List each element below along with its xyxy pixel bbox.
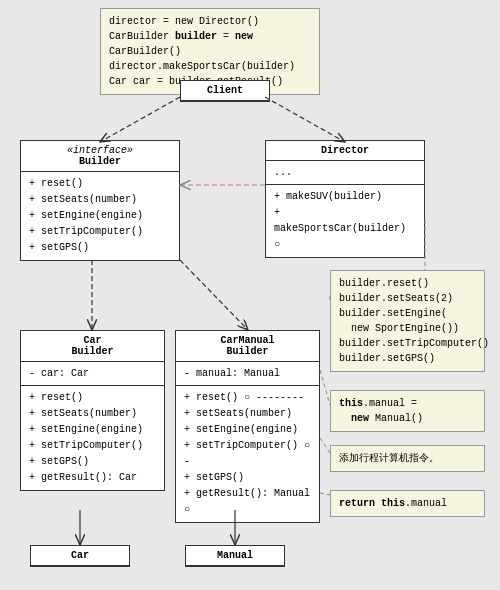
builder-header: «interface» Builder [21,141,179,172]
svg-line-11 [320,438,330,453]
note-return: return this.manual [330,490,485,517]
svg-line-12 [320,493,330,495]
svg-line-6 [180,260,248,330]
car-manual-builder-title: CarManualBuilder [176,331,319,362]
client-title: Client [181,81,269,101]
svg-line-3 [265,97,345,142]
manual-title: Manual [186,546,284,566]
car-builder-title: CarBuilder [21,331,164,362]
car-title: Car [31,546,129,566]
code-line-3: director.makeSportsCar(builder) [109,59,311,74]
director-title: Director [266,141,424,161]
car-manual-builder-box: CarManualBuilder - manual: Manual + rese… [175,330,320,523]
car-builder-fields: - car: Car [21,362,164,386]
diagram-container: director = new Director() CarBuilder bui… [0,0,500,590]
svg-line-10 [320,370,330,405]
builder-title: Builder [29,156,171,167]
builder-methods: + reset() + setSeats(number) + setEngine… [21,172,179,260]
builder-stereotype: «interface» [29,145,171,156]
manual-box: Manual [185,545,285,567]
code-line-1: director = new Director() [109,14,311,29]
car-box: Car [30,545,130,567]
note-tripcomputer: 添加行程计算机指令。 [330,445,485,472]
code-line-2: CarBuilder builder = new CarBuilder() [109,29,311,59]
director-methods: + makeSUV(builder) + makeSportsCar(build… [266,185,424,257]
car-builder-box: CarBuilder - car: Car + reset() + setSea… [20,330,165,491]
note-makesports: builder.reset() builder.setSeats(2) buil… [330,270,485,372]
car-manual-methods: + reset() ○ -------- + setSeats(number) … [176,386,319,522]
director-box: Director ... + makeSUV(builder) + makeSp… [265,140,425,258]
note-manual: this.manual = new Manual() [330,390,485,432]
car-manual-fields: - manual: Manual [176,362,319,386]
car-builder-methods: + reset() + setSeats(number) + setEngine… [21,386,164,490]
builder-box: «interface» Builder + reset() + setSeats… [20,140,180,261]
svg-line-2 [100,97,180,142]
director-fields: ... [266,161,424,185]
client-box: Client [180,80,270,102]
